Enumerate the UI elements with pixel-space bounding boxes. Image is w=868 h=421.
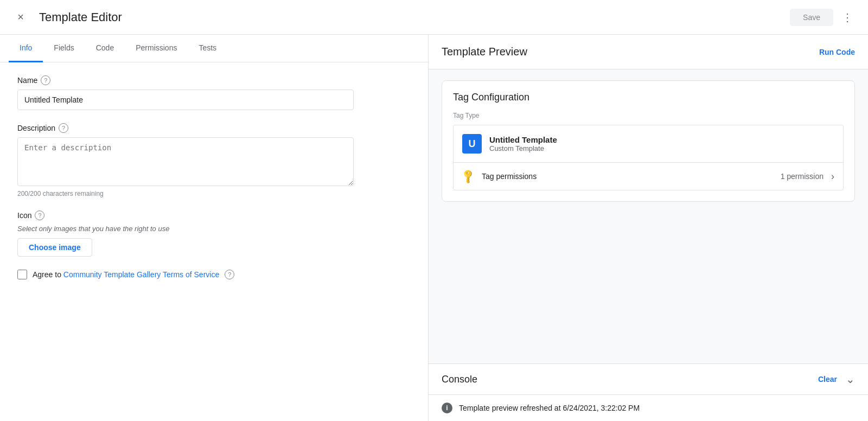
name-label: Name ? <box>17 75 411 85</box>
console-info-icon: i <box>442 403 452 413</box>
tabs-bar: Info Fields Code Permissions Tests <box>0 35 428 62</box>
choose-image-button[interactable]: Choose image <box>17 238 92 257</box>
tag-type-card: U Untitled Template Custom Template 🔑 Ta… <box>453 125 844 190</box>
tab-permissions[interactable]: Permissions <box>125 35 188 62</box>
icon-help-icon[interactable]: ? <box>35 210 44 220</box>
tag-type-row: U Untitled Template Custom Template <box>454 125 843 163</box>
tag-type-label: Tag Type <box>453 112 844 119</box>
tab-code[interactable]: Code <box>85 35 125 62</box>
tos-help-icon[interactable]: ? <box>225 270 234 279</box>
more-options-button[interactable]: ⋮ <box>838 8 857 27</box>
tag-subname: Custom Template <box>489 144 557 152</box>
save-button[interactable]: Save <box>790 9 833 26</box>
tag-permissions-row[interactable]: 🔑 Tag permissions 1 permission › <box>454 163 843 190</box>
description-help-icon[interactable]: ? <box>59 123 68 133</box>
description-label-text: Description <box>17 124 55 132</box>
collapse-button[interactable]: ⌄ <box>846 373 855 386</box>
icon-label: Icon ? <box>17 210 411 220</box>
name-label-text: Name <box>17 76 37 85</box>
header-right: Save ⋮ <box>790 8 857 27</box>
right-panel: Template Preview Run Code Tag Configurat… <box>429 35 868 421</box>
chevron-right-icon: › <box>831 171 834 182</box>
tab-info[interactable]: Info <box>9 35 43 62</box>
console-title: Console <box>442 374 477 385</box>
name-input[interactable] <box>17 90 354 110</box>
app-header: × Template Editor Save ⋮ <box>0 0 868 35</box>
description-group: Description ? 200/200 characters remaini… <box>17 123 411 197</box>
icon-label-text: Icon <box>17 211 31 220</box>
console-message: Template preview refreshed at 6/24/2021,… <box>459 404 640 412</box>
tos-text-static: Agree to <box>33 270 63 279</box>
console-log: i Template preview refreshed at 6/24/202… <box>429 395 868 421</box>
tos-checkbox[interactable] <box>17 270 27 279</box>
console-header: Console Clear ⌄ <box>429 364 868 395</box>
tag-permissions-label: Tag permissions <box>482 172 773 181</box>
form-content: Name ? Description ? 200/200 characters … <box>0 62 428 421</box>
icon-group: Icon ? Select only images that you have … <box>17 210 411 257</box>
preview-area: Tag Configuration Tag Type U Untitled Te… <box>429 69 868 363</box>
clear-button[interactable]: Clear <box>818 375 837 384</box>
run-code-button[interactable]: Run Code <box>819 48 855 56</box>
close-button[interactable]: × <box>11 8 30 27</box>
left-panel: Info Fields Code Permissions Tests Name … <box>0 35 429 421</box>
char-count: 200/200 characters remaining <box>17 190 411 197</box>
right-header: Template Preview Run Code <box>429 35 868 69</box>
tag-config-card: Tag Configuration Tag Type U Untitled Te… <box>442 80 855 202</box>
name-help-icon[interactable]: ? <box>41 75 50 85</box>
tag-type-icon: U <box>462 134 482 154</box>
icon-subtitle: Select only images that you have the rig… <box>17 225 411 233</box>
tag-config-title: Tag Configuration <box>453 92 844 103</box>
tag-permissions-count: 1 permission <box>781 172 824 181</box>
main-layout: Info Fields Code Permissions Tests Name … <box>0 35 868 421</box>
console-section: Console Clear ⌄ i Template preview refre… <box>429 363 868 421</box>
header-left: × Template Editor <box>11 8 122 27</box>
tab-tests[interactable]: Tests <box>188 35 227 62</box>
tag-info: Untitled Template Custom Template <box>489 135 557 152</box>
key-icon: 🔑 <box>459 168 476 184</box>
tag-name: Untitled Template <box>489 135 557 144</box>
tos-link[interactable]: Community Template Gallery Terms of Serv… <box>63 270 219 279</box>
template-preview-title: Template Preview <box>442 46 527 58</box>
console-actions: Clear ⌄ <box>818 373 855 386</box>
name-group: Name ? <box>17 75 411 110</box>
tab-fields[interactable]: Fields <box>43 35 85 62</box>
description-label: Description ? <box>17 123 411 133</box>
app-title: Template Editor <box>39 10 122 24</box>
tos-row: Agree to Community Template Gallery Term… <box>17 270 411 279</box>
description-textarea[interactable] <box>17 137 354 186</box>
tos-text: Agree to Community Template Gallery Term… <box>33 270 219 279</box>
